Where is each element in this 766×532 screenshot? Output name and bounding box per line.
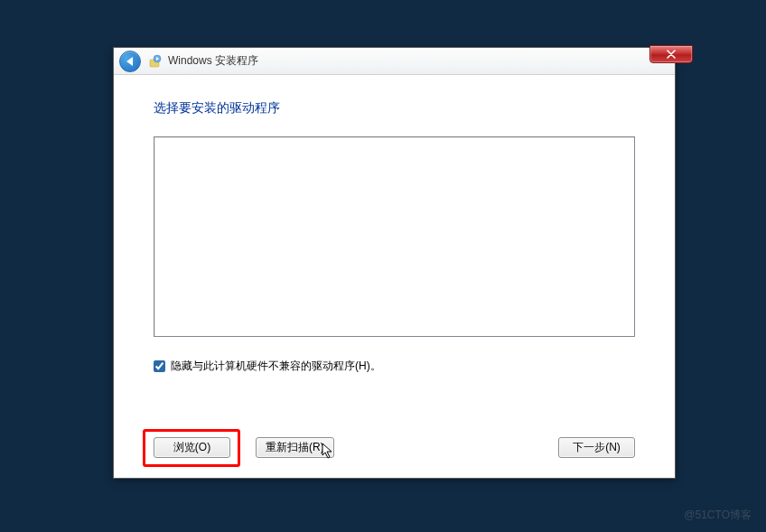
driver-list[interactable] — [154, 136, 635, 337]
app-icon — [148, 54, 163, 69]
installer-dialog: Windows 安装程序 选择要安装的驱动程序 隐藏与此计算机硬件不兼容的驱动程… — [113, 47, 676, 479]
hide-incompatible-checkbox[interactable] — [154, 360, 165, 372]
watermark: @51CTO博客 — [684, 508, 752, 523]
close-icon — [667, 50, 676, 59]
window-title: Windows 安装程序 — [168, 53, 258, 69]
rescan-button[interactable]: 重新扫描(R) — [256, 437, 334, 458]
next-button[interactable]: 下一步(N) — [558, 437, 635, 458]
hide-incompatible-row: 隐藏与此计算机硬件不兼容的驱动程序(H)。 — [154, 359, 635, 374]
close-button[interactable] — [649, 45, 693, 63]
titlebar: Windows 安装程序 — [114, 48, 675, 75]
page-heading: 选择要安装的驱动程序 — [154, 100, 635, 117]
hide-incompatible-label[interactable]: 隐藏与此计算机硬件不兼容的驱动程序(H)。 — [171, 359, 381, 374]
button-row: 浏览(O) 重新扫描(R) 下一步(N) — [154, 437, 635, 458]
back-button[interactable] — [119, 51, 141, 72]
dialog-content: 选择要安装的驱动程序 隐藏与此计算机硬件不兼容的驱动程序(H)。 浏览(O) 重… — [114, 75, 675, 478]
browse-button[interactable]: 浏览(O) — [154, 437, 230, 458]
back-arrow-icon — [126, 57, 133, 66]
